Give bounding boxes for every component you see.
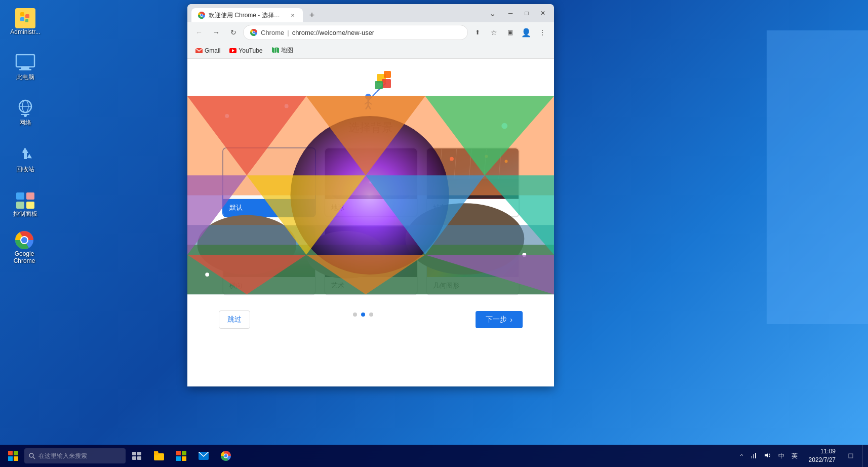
svg-rect-100 [847, 452, 855, 460]
tray-chevron[interactable]: ^ [737, 451, 746, 461]
svg-line-81 [33, 457, 35, 459]
svg-marker-99 [765, 453, 768, 458]
tray-ime[interactable]: 中 [775, 450, 787, 462]
svg-rect-6 [19, 69, 31, 70]
tray-network[interactable] [747, 450, 760, 462]
system-tray: ^ 中 英 [733, 450, 805, 462]
recycle-icon-label: 回收站 [16, 165, 34, 174]
clock-date: 2022/7/27 [809, 456, 836, 464]
svg-rect-0 [20, 12, 24, 16]
system-clock[interactable]: 11:09 2022/7/27 [805, 445, 840, 466]
tray-language[interactable]: 英 [788, 450, 801, 462]
taskbar-mail[interactable] [192, 445, 215, 467]
svg-rect-87 [154, 453, 159, 455]
page-content: 选择背景 默认 地球 [187, 59, 554, 386]
admin-avatar-icon [15, 8, 35, 28]
taskbar-file-explorer[interactable] [148, 445, 170, 467]
svg-rect-1 [25, 14, 29, 18]
computer-icon-label: 此电脑 [16, 73, 34, 82]
volume-tray-icon [764, 452, 771, 459]
svg-rect-77 [14, 451, 18, 455]
control-panel-icon-label: 控制面板 [13, 210, 37, 218]
svg-rect-13 [16, 192, 24, 200]
desktop-icon-chrome[interactable]: Google Chrome [4, 227, 45, 267]
chrome-taskbar-icon [220, 450, 231, 461]
desktop-icon-admin[interactable]: Administr... [5, 5, 46, 38]
taskbar-search-placeholder: 在这里输入来搜索 [38, 452, 87, 460]
svg-rect-96 [751, 456, 752, 458]
svg-rect-5 [21, 67, 29, 69]
svg-rect-2 [20, 17, 24, 21]
computer-icon [15, 54, 35, 73]
desktop: Administr... 此电脑 网络 回收站 [0, 0, 868, 467]
svg-rect-91 [182, 456, 186, 461]
svg-rect-84 [132, 456, 136, 460]
taskbar-task-view[interactable] [126, 445, 148, 467]
tray-ime-label: 中 [778, 452, 784, 459]
tray-language-label: 英 [792, 452, 798, 459]
task-view-icon [132, 452, 141, 460]
windows-glass-decoration [767, 30, 868, 324]
clock-time: 11:09 [809, 447, 836, 456]
svg-rect-14 [26, 192, 34, 200]
svg-point-80 [29, 453, 33, 457]
mail-icon [199, 452, 209, 460]
windows-logo-icon [8, 451, 18, 461]
svg-rect-89 [182, 451, 186, 455]
taskbar-store[interactable] [170, 445, 192, 467]
store-icon [176, 451, 186, 461]
taskbar: 在这里输入来搜索 [0, 445, 868, 467]
taskbar-chrome[interactable] [215, 445, 237, 467]
control-panel-icon [15, 190, 35, 210]
svg-rect-78 [8, 456, 13, 461]
svg-rect-82 [132, 452, 136, 455]
recycle-icon [15, 145, 35, 165]
svg-rect-97 [753, 454, 754, 458]
svg-rect-90 [176, 456, 181, 461]
theme-preview-geometric [427, 226, 519, 277]
chrome-desktop-icon-label: Google Chrome [7, 250, 42, 264]
desktop-icon-computer[interactable]: 此电脑 [5, 51, 46, 85]
theme-card-geometric[interactable]: 几何图形 [426, 225, 520, 295]
browser-window: 欢迎使用 Chrome - 选择背景 ✕ + ⌄ ─ □ ✕ ← → ↻ [187, 4, 554, 386]
notification-center[interactable] [840, 445, 862, 467]
svg-marker-70 [426, 225, 485, 255]
svg-marker-72 [485, 225, 519, 255]
taskbar-search[interactable]: 在这里输入来搜索 [24, 448, 126, 463]
svg-point-19 [21, 237, 27, 243]
admin-icon-label: Administr... [10, 28, 40, 35]
desktop-icon-network[interactable]: 网络 [5, 96, 46, 130]
svg-rect-85 [137, 456, 141, 460]
svg-rect-15 [16, 202, 24, 209]
chrome-desktop-icon [14, 230, 34, 250]
svg-rect-98 [755, 453, 756, 458]
network-icon-label: 网络 [19, 119, 31, 127]
svg-point-95 [224, 454, 227, 457]
svg-rect-3 [25, 19, 28, 22]
svg-rect-83 [137, 452, 141, 455]
network-tray-icon [750, 452, 757, 459]
svg-rect-79 [14, 456, 18, 461]
svg-marker-75 [426, 255, 520, 294]
file-explorer-icon [154, 451, 164, 460]
notification-icon [847, 452, 855, 460]
theme-grid: 默认 地球 [222, 147, 520, 295]
show-desktop-button[interactable] [862, 445, 866, 467]
svg-rect-88 [176, 451, 181, 455]
tray-volume[interactable] [761, 450, 774, 462]
start-button[interactable] [2, 445, 24, 467]
search-icon [28, 452, 35, 459]
svg-rect-76 [8, 451, 13, 455]
svg-rect-7 [17, 56, 33, 65]
desktop-icon-control[interactable]: 控制面板 [5, 187, 46, 221]
network-icon [15, 99, 35, 119]
desktop-icon-recycle[interactable]: 回收站 [5, 142, 46, 177]
svg-rect-16 [26, 202, 34, 209]
